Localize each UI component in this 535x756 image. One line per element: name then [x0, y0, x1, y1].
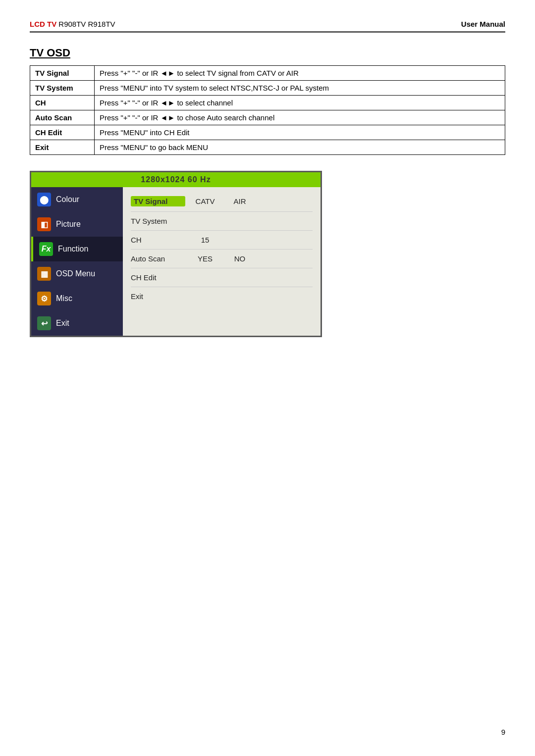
row-description: Press "MENU" into TV system to select NT…: [95, 81, 505, 96]
osd-content-row: TV Signal CATV AIR: [131, 191, 313, 212]
osd-row-val1: YES: [185, 254, 225, 263]
table-row: Auto ScanPress "+" "-" or IR ◄► to chose…: [30, 110, 505, 125]
osd-sidebar: ⬤ Colour ◧ Picture Fx Function ▦ OSD Men…: [31, 187, 123, 336]
brand-model: R908TV R918TV: [58, 20, 115, 28]
osd-content-panel: TV Signal CATV AIR TV System CH 15 Auto …: [123, 187, 321, 336]
table-row: TV SystemPress "MENU" into TV system to …: [30, 81, 505, 96]
osd-row-val1: 15: [185, 236, 225, 244]
table-row: ExitPress "MENU" to go back MENU: [30, 140, 505, 155]
row-label: TV Signal: [30, 66, 95, 81]
osd-row-val2: AIR: [225, 197, 255, 205]
osd-content-row: TV System: [131, 212, 313, 231]
osd-row-label: Exit: [131, 292, 185, 301]
section-title: TV OSD: [30, 47, 505, 59]
tv-osd-table: TV SignalPress "+" "-" or IR ◄► to selec…: [30, 65, 505, 155]
sidebar-label-osd-menu: OSD Menu: [56, 269, 95, 278]
row-description: Press "+" "-" or IR ◄► to select channel: [95, 96, 505, 110]
osd-row-label: Auto Scan: [131, 254, 185, 263]
osd-row-label: TV System: [131, 217, 185, 225]
osd-row-label: CH: [131, 236, 185, 244]
sidebar-label-exit: Exit: [56, 319, 69, 328]
exit-icon: ↩: [37, 316, 51, 330]
row-description: Press "MENU" to go back MENU: [95, 140, 505, 155]
row-label: CH Edit: [30, 125, 95, 140]
picture-icon: ◧: [37, 217, 51, 231]
colour-icon: ⬤: [37, 193, 51, 206]
row-description: Press "+" "-" or IR ◄► to chose Auto sea…: [95, 110, 505, 125]
osd-content-row: CH Edit: [131, 268, 313, 287]
table-row: CHPress "+" "-" or IR ◄► to select chann…: [30, 96, 505, 110]
row-label: TV System: [30, 81, 95, 96]
table-row: CH EditPress "MENU" into CH Edit: [30, 125, 505, 140]
osd-content-row: Exit: [131, 287, 313, 305]
osd-row-val1: CATV: [185, 197, 225, 205]
table-row: TV SignalPress "+" "-" or IR ◄► to selec…: [30, 66, 505, 81]
osd-body: ⬤ Colour ◧ Picture Fx Function ▦ OSD Men…: [31, 187, 321, 336]
header-brand: LCD TV R908TV R918TV: [30, 20, 115, 28]
sidebar-label-picture: Picture: [56, 220, 81, 229]
row-label: Exit: [30, 140, 95, 155]
row-description: Press "+" "-" or IR ◄► to select TV sign…: [95, 66, 505, 81]
header-manual-label: User Manual: [461, 20, 505, 28]
sidebar-label-colour: Colour: [56, 195, 79, 204]
osd-resolution-bar: 1280x1024 60 Hz: [31, 172, 321, 187]
sidebar-item-function[interactable]: Fx Function: [31, 237, 123, 261]
osd-content-row: Auto Scan YES NO: [131, 250, 313, 268]
osd-menu-icon: ▦: [37, 267, 51, 281]
row-description: Press "MENU" into CH Edit: [95, 125, 505, 140]
page-number: 9: [501, 728, 505, 736]
sidebar-item-picture[interactable]: ◧ Picture: [31, 212, 123, 237]
row-label: CH: [30, 96, 95, 110]
sidebar-item-colour[interactable]: ⬤ Colour: [31, 187, 123, 212]
sidebar-item-exit[interactable]: ↩ Exit: [31, 311, 123, 336]
osd-row-val2: NO: [225, 254, 255, 263]
osd-screenshot: 1280x1024 60 Hz ⬤ Colour ◧ Picture Fx Fu…: [30, 171, 322, 337]
sidebar-item-osd-menu[interactable]: ▦ OSD Menu: [31, 261, 123, 286]
osd-content-row: CH 15: [131, 231, 313, 250]
brand-prefix: LCD TV: [30, 20, 56, 28]
function-icon: Fx: [39, 242, 53, 256]
sidebar-item-misc[interactable]: ⚙ Misc: [31, 286, 123, 311]
osd-row-label: TV Signal: [131, 196, 185, 206]
sidebar-label-misc: Misc: [56, 294, 72, 303]
row-label: Auto Scan: [30, 110, 95, 125]
osd-row-label: CH Edit: [131, 273, 185, 282]
misc-icon: ⚙: [37, 292, 51, 305]
page-header: LCD TV R908TV R918TV User Manual: [30, 20, 505, 33]
sidebar-label-function: Function: [58, 245, 88, 253]
